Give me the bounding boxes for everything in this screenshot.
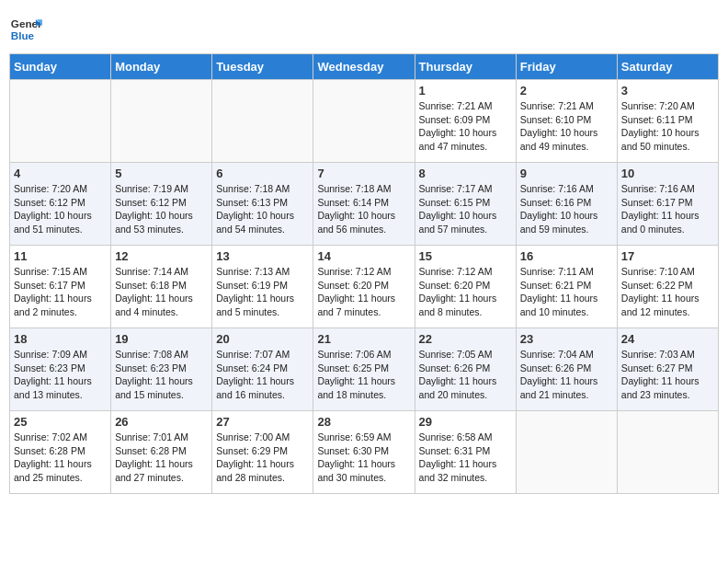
day-info: Sunrise: 6:59 AM Sunset: 6:30 PM Dayligh… [317, 431, 410, 485]
day-info: Sunrise: 7:09 AM Sunset: 6:23 PM Dayligh… [14, 348, 107, 402]
logo-icon: General Blue [9, 13, 42, 46]
calendar-cell: 17Sunrise: 7:10 AM Sunset: 6:22 PM Dayli… [617, 246, 718, 328]
day-number: 17 [621, 249, 714, 263]
page-header: General Blue [9, 9, 719, 46]
day-info: Sunrise: 7:15 AM Sunset: 6:17 PM Dayligh… [14, 265, 107, 319]
day-number: 26 [115, 415, 208, 429]
day-number: 10 [621, 167, 714, 180]
day-info: Sunrise: 7:08 AM Sunset: 6:23 PM Dayligh… [115, 348, 208, 402]
header-monday: Monday [111, 54, 212, 80]
day-info: Sunrise: 7:20 AM Sunset: 6:11 PM Dayligh… [621, 99, 714, 154]
calendar-cell: 26Sunrise: 7:01 AM Sunset: 6:28 PM Dayli… [111, 411, 212, 494]
day-number: 3 [621, 84, 714, 98]
day-info: Sunrise: 7:17 AM Sunset: 6:15 PM Dayligh… [419, 182, 512, 236]
day-info: Sunrise: 7:11 AM Sunset: 6:21 PM Dayligh… [520, 265, 613, 319]
day-number: 6 [216, 167, 309, 180]
day-number: 20 [216, 332, 309, 346]
day-info: Sunrise: 7:13 AM Sunset: 6:19 PM Dayligh… [216, 265, 309, 319]
calendar-week-row: 1Sunrise: 7:21 AM Sunset: 6:09 PM Daylig… [10, 80, 719, 163]
day-number: 22 [419, 332, 512, 346]
logo: General Blue [9, 13, 46, 46]
day-info: Sunrise: 7:10 AM Sunset: 6:22 PM Dayligh… [621, 265, 714, 319]
day-info: Sunrise: 7:03 AM Sunset: 6:27 PM Dayligh… [621, 348, 714, 402]
day-number: 4 [14, 167, 107, 180]
header-saturday: Saturday [617, 54, 718, 80]
svg-text:Blue: Blue [11, 29, 35, 41]
calendar-cell: 21Sunrise: 7:06 AM Sunset: 6:25 PM Dayli… [313, 328, 415, 411]
calendar-week-row: 25Sunrise: 7:02 AM Sunset: 6:28 PM Dayli… [10, 411, 719, 494]
calendar-cell [313, 80, 415, 163]
calendar-cell: 15Sunrise: 7:12 AM Sunset: 6:20 PM Dayli… [415, 246, 516, 328]
calendar-cell: 3Sunrise: 7:20 AM Sunset: 6:11 PM Daylig… [617, 80, 718, 163]
day-info: Sunrise: 7:05 AM Sunset: 6:26 PM Dayligh… [419, 348, 512, 402]
calendar-cell [617, 411, 718, 494]
calendar-cell: 20Sunrise: 7:07 AM Sunset: 6:24 PM Dayli… [212, 328, 313, 411]
day-number: 15 [419, 249, 512, 263]
day-info: Sunrise: 7:00 AM Sunset: 6:29 PM Dayligh… [216, 431, 309, 485]
calendar-cell: 1Sunrise: 7:21 AM Sunset: 6:09 PM Daylig… [415, 80, 516, 163]
calendar-cell: 2Sunrise: 7:21 AM Sunset: 6:10 PM Daylig… [516, 80, 617, 163]
day-number: 7 [317, 167, 410, 180]
header-thursday: Thursday [415, 54, 516, 80]
day-number: 27 [216, 415, 309, 429]
day-info: Sunrise: 7:16 AM Sunset: 6:17 PM Dayligh… [621, 182, 714, 236]
day-number: 21 [317, 332, 410, 346]
day-info: Sunrise: 7:21 AM Sunset: 6:09 PM Dayligh… [419, 99, 512, 154]
day-info: Sunrise: 7:12 AM Sunset: 6:20 PM Dayligh… [317, 265, 410, 319]
day-number: 12 [115, 249, 208, 263]
day-number: 5 [115, 167, 208, 180]
day-info: Sunrise: 7:18 AM Sunset: 6:14 PM Dayligh… [317, 182, 410, 236]
day-number: 19 [115, 332, 208, 346]
day-number: 16 [520, 249, 613, 263]
calendar-cell: 29Sunrise: 6:58 AM Sunset: 6:31 PM Dayli… [415, 411, 516, 494]
day-number: 29 [419, 415, 512, 429]
calendar-cell [516, 411, 617, 494]
day-info: Sunrise: 7:02 AM Sunset: 6:28 PM Dayligh… [14, 431, 107, 485]
header-wednesday: Wednesday [313, 54, 415, 80]
day-info: Sunrise: 6:58 AM Sunset: 6:31 PM Dayligh… [419, 431, 512, 485]
calendar-cell: 14Sunrise: 7:12 AM Sunset: 6:20 PM Dayli… [313, 246, 415, 328]
day-info: Sunrise: 7:12 AM Sunset: 6:20 PM Dayligh… [419, 265, 512, 319]
calendar-cell: 10Sunrise: 7:16 AM Sunset: 6:17 PM Dayli… [617, 163, 718, 246]
day-number: 23 [520, 332, 613, 346]
calendar-cell [212, 80, 313, 163]
day-info: Sunrise: 7:01 AM Sunset: 6:28 PM Dayligh… [115, 431, 208, 485]
calendar-cell [10, 80, 111, 163]
calendar-cell: 5Sunrise: 7:19 AM Sunset: 6:12 PM Daylig… [111, 163, 212, 246]
day-info: Sunrise: 7:16 AM Sunset: 6:16 PM Dayligh… [520, 182, 613, 236]
calendar-cell: 7Sunrise: 7:18 AM Sunset: 6:14 PM Daylig… [313, 163, 415, 246]
calendar-cell: 24Sunrise: 7:03 AM Sunset: 6:27 PM Dayli… [617, 328, 718, 411]
calendar-week-row: 4Sunrise: 7:20 AM Sunset: 6:12 PM Daylig… [10, 163, 719, 246]
header-sunday: Sunday [10, 54, 111, 80]
calendar-cell: 18Sunrise: 7:09 AM Sunset: 6:23 PM Dayli… [10, 328, 111, 411]
day-info: Sunrise: 7:18 AM Sunset: 6:13 PM Dayligh… [216, 182, 309, 236]
calendar-cell: 16Sunrise: 7:11 AM Sunset: 6:21 PM Dayli… [516, 246, 617, 328]
calendar-cell: 23Sunrise: 7:04 AM Sunset: 6:26 PM Dayli… [516, 328, 617, 411]
calendar-header-row: SundayMondayTuesdayWednesdayThursdayFrid… [10, 54, 719, 80]
day-number: 13 [216, 249, 309, 263]
day-number: 1 [419, 84, 512, 98]
day-number: 25 [14, 415, 107, 429]
day-info: Sunrise: 7:14 AM Sunset: 6:18 PM Dayligh… [115, 265, 208, 319]
calendar-cell: 9Sunrise: 7:16 AM Sunset: 6:16 PM Daylig… [516, 163, 617, 246]
calendar-cell: 22Sunrise: 7:05 AM Sunset: 6:26 PM Dayli… [415, 328, 516, 411]
calendar-week-row: 18Sunrise: 7:09 AM Sunset: 6:23 PM Dayli… [10, 328, 719, 411]
day-number: 24 [621, 332, 714, 346]
calendar-week-row: 11Sunrise: 7:15 AM Sunset: 6:17 PM Dayli… [10, 246, 719, 328]
calendar-cell: 13Sunrise: 7:13 AM Sunset: 6:19 PM Dayli… [212, 246, 313, 328]
calendar-cell: 27Sunrise: 7:00 AM Sunset: 6:29 PM Dayli… [212, 411, 313, 494]
calendar-table: SundayMondayTuesdayWednesdayThursdayFrid… [9, 53, 719, 494]
calendar-cell: 8Sunrise: 7:17 AM Sunset: 6:15 PM Daylig… [415, 163, 516, 246]
day-number: 9 [520, 167, 613, 180]
calendar-cell: 12Sunrise: 7:14 AM Sunset: 6:18 PM Dayli… [111, 246, 212, 328]
calendar-cell: 11Sunrise: 7:15 AM Sunset: 6:17 PM Dayli… [10, 246, 111, 328]
day-number: 28 [317, 415, 410, 429]
day-info: Sunrise: 7:20 AM Sunset: 6:12 PM Dayligh… [14, 182, 107, 236]
calendar-cell: 4Sunrise: 7:20 AM Sunset: 6:12 PM Daylig… [10, 163, 111, 246]
day-info: Sunrise: 7:07 AM Sunset: 6:24 PM Dayligh… [216, 348, 309, 402]
calendar-cell: 28Sunrise: 6:59 AM Sunset: 6:30 PM Dayli… [313, 411, 415, 494]
day-info: Sunrise: 7:06 AM Sunset: 6:25 PM Dayligh… [317, 348, 410, 402]
day-info: Sunrise: 7:04 AM Sunset: 6:26 PM Dayligh… [520, 348, 613, 402]
calendar-cell: 19Sunrise: 7:08 AM Sunset: 6:23 PM Dayli… [111, 328, 212, 411]
day-number: 18 [14, 332, 107, 346]
